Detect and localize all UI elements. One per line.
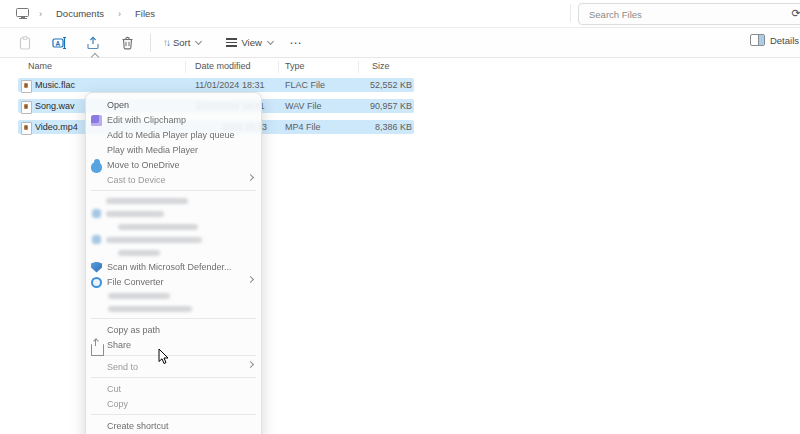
column-header-size[interactable]: Size xyxy=(372,61,390,71)
media-file-icon xyxy=(21,122,32,135)
menu-item-redacted[interactable] xyxy=(86,207,261,220)
menu-separator xyxy=(91,377,256,378)
sort-label: Sort xyxy=(173,37,190,48)
file-name: Video.mp4 xyxy=(35,120,78,134)
file-type: WAV File xyxy=(285,99,322,113)
menu-item-move-to-onedrive[interactable]: Move to OneDrive xyxy=(86,157,261,172)
share-icon xyxy=(91,344,104,356)
menu-separator xyxy=(91,355,256,356)
menu-item-scan-with-microsoft-defender[interactable]: Scan with Microsoft Defender... xyxy=(86,259,261,274)
submenu-arrow-icon xyxy=(247,276,254,283)
menu-item-redacted[interactable] xyxy=(86,246,261,259)
menu-item-add-to-media-player-play-queue[interactable]: Add to Media Player play queue xyxy=(86,127,261,142)
clipboard-paste-icon xyxy=(18,36,32,50)
menu-item-cut[interactable]: Cut xyxy=(86,381,261,396)
column-header-date-modified[interactable]: Date modified xyxy=(195,61,251,71)
column-header-type[interactable]: Type xyxy=(285,61,305,71)
menu-item-redacted[interactable] xyxy=(86,302,261,315)
command-bar: A ↑↓ Sort View ⋯ Details xyxy=(0,28,800,58)
menu-item-redacted[interactable] xyxy=(86,220,261,233)
menu-item-play-with-media-player[interactable]: Play with Media Player xyxy=(86,142,261,157)
trash-icon xyxy=(121,36,134,50)
details-pane-icon xyxy=(750,34,765,46)
more-options-button[interactable]: ⋯ xyxy=(283,32,309,54)
rename-icon: A xyxy=(52,36,67,50)
details-label: Details xyxy=(770,35,799,46)
menu-item-redacted[interactable] xyxy=(86,289,261,302)
menu-item-create-shortcut[interactable]: Create shortcut xyxy=(86,418,261,433)
column-divider[interactable] xyxy=(278,61,279,73)
search-box xyxy=(578,3,800,25)
menu-item-open[interactable]: Open xyxy=(86,97,261,112)
delete-button[interactable] xyxy=(114,32,140,54)
onedrive-icon xyxy=(91,162,102,173)
column-divider[interactable] xyxy=(185,61,186,73)
submenu-arrow-icon xyxy=(247,361,254,368)
sort-dropdown[interactable]: ↑↓ Sort xyxy=(157,37,207,48)
file-name: Music.flac xyxy=(35,78,75,92)
share-button[interactable] xyxy=(80,32,106,54)
view-dropdown[interactable]: View xyxy=(220,36,278,49)
details-pane-button[interactable]: Details xyxy=(744,31,800,49)
chevron-down-icon xyxy=(267,37,274,44)
menu-separator xyxy=(91,414,256,415)
address-bar: › Documents › Files ⟳ xyxy=(0,0,800,28)
divider xyxy=(570,4,571,22)
column-header-row: Name Date modified Type Size xyxy=(0,58,800,76)
mouse-cursor-icon xyxy=(158,348,170,370)
this-pc-icon[interactable] xyxy=(16,8,29,20)
paste-button[interactable] xyxy=(12,32,38,54)
menu-item-copy-as-path[interactable]: Copy as path xyxy=(86,322,261,337)
media-file-icon xyxy=(21,80,32,93)
file-size: 90,957 KB xyxy=(318,99,412,113)
menu-item-redacted[interactable] xyxy=(86,194,261,207)
refresh-icon[interactable]: ⟳ xyxy=(786,4,800,22)
defender-shield-icon xyxy=(91,262,102,273)
file-type: MP4 File xyxy=(285,120,321,134)
menu-item-share[interactable]: Share xyxy=(86,337,261,352)
menu-separator xyxy=(91,190,256,191)
chevron-right-icon: › xyxy=(118,9,121,19)
menu-item-send-to[interactable]: Send to xyxy=(86,359,261,374)
file-size: 8,386 KB xyxy=(318,120,412,134)
file-name: Song.wav xyxy=(35,99,75,113)
column-divider[interactable] xyxy=(358,61,359,73)
search-input[interactable] xyxy=(579,9,769,20)
view-list-icon xyxy=(226,36,237,49)
context-menu: Open Edit with Clipchamp Add to Media Pl… xyxy=(85,92,262,434)
breadcrumb-item-documents[interactable]: Documents xyxy=(52,6,108,21)
file-converter-icon xyxy=(91,277,102,288)
media-file-icon xyxy=(21,101,32,114)
sort-arrows-icon: ↑↓ xyxy=(163,37,169,48)
spacer xyxy=(213,34,214,52)
column-header-name[interactable]: Name xyxy=(28,61,52,71)
menu-item-edit-with-clipchamp[interactable]: Edit with Clipchamp xyxy=(86,112,261,127)
share-icon xyxy=(86,36,100,50)
chevron-right-icon: › xyxy=(39,9,42,19)
file-row-music-flac[interactable]: Music.flac 11/01/2024 18:31 FLAC File 52… xyxy=(18,78,414,92)
menu-item-cast-to-device[interactable]: Cast to Device xyxy=(86,172,261,187)
ellipsis-icon: ⋯ xyxy=(289,36,302,50)
breadcrumb-item-files[interactable]: Files xyxy=(131,6,159,21)
file-size: 52,552 KB xyxy=(318,78,412,92)
svg-text:A: A xyxy=(55,39,60,46)
submenu-arrow-icon xyxy=(247,174,254,181)
menu-item-copy[interactable]: Copy xyxy=(86,396,261,411)
file-date-modified: 11/01/2024 18:31 xyxy=(195,78,264,92)
breadcrumb: › Documents › Files xyxy=(0,6,159,21)
clipchamp-icon xyxy=(91,115,102,126)
menu-item-file-converter[interactable]: File Converter xyxy=(86,274,261,289)
menu-separator xyxy=(91,318,256,319)
menu-item-redacted[interactable] xyxy=(86,233,261,246)
rename-button[interactable]: A xyxy=(46,32,72,54)
divider xyxy=(150,34,151,52)
chevron-down-icon xyxy=(195,37,202,44)
view-label: View xyxy=(241,37,261,48)
